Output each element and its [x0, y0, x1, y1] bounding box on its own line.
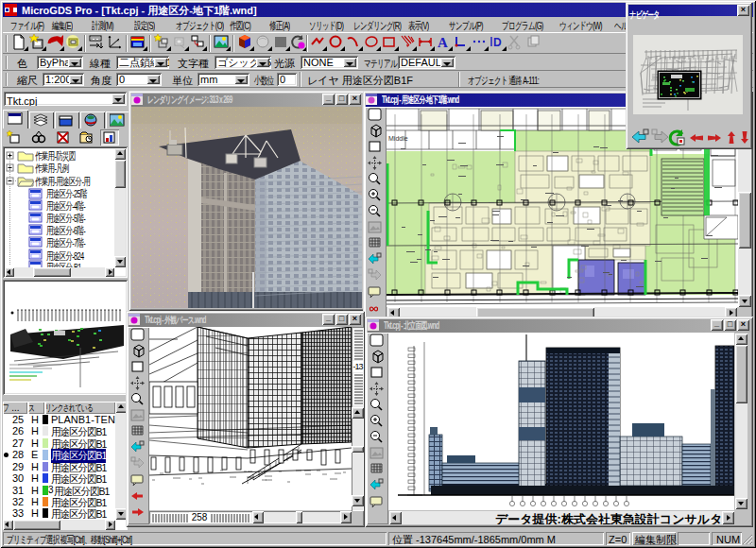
svg-text:D: D	[493, 36, 502, 49]
svg-text:Middle: Middle	[388, 135, 408, 142]
svg-text:A: A	[438, 35, 448, 50]
